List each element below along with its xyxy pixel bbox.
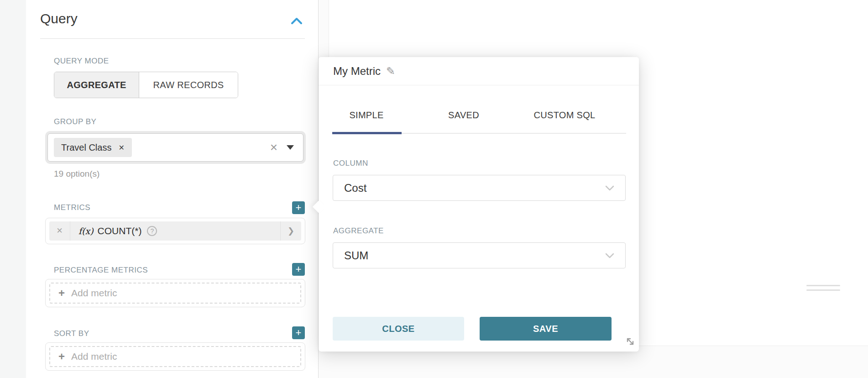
plus-icon: + <box>296 263 302 275</box>
tab-custom-sql[interactable]: CUSTOM SQL <box>534 110 596 121</box>
metric-remove-icon[interactable]: ✕ <box>49 221 70 241</box>
chevron-down-icon <box>605 252 614 259</box>
chevron-right-icon[interactable]: ❯ <box>280 221 301 241</box>
raw-records-button[interactable]: RAW RECORDS <box>139 72 238 98</box>
query-control-panel: Query QUERY MODE AGGREGATE RAW RECORDS G… <box>26 0 319 378</box>
section-divider <box>40 38 305 39</box>
percentage-metrics-container: + Add metric <box>45 279 305 307</box>
explore-view: Query QUERY MODE AGGREGATE RAW RECORDS G… <box>0 0 868 378</box>
close-button[interactable]: CLOSE <box>333 317 464 341</box>
column-select[interactable]: Cost <box>333 175 626 201</box>
save-button[interactable]: SAVE <box>480 317 612 341</box>
info-icon[interactable]: ? <box>147 226 157 236</box>
chevron-down-icon <box>605 185 614 191</box>
aggregate-label: AGGREGATE <box>333 226 384 236</box>
active-tab-indicator <box>332 132 402 134</box>
metrics-container: ✕ f(x) COUNT(*) ? ❯ <box>45 218 305 244</box>
sort-by-label: SORT BY <box>54 329 89 338</box>
plus-icon: + <box>296 327 302 338</box>
aggregate-select[interactable]: SUM <box>333 242 626 268</box>
query-mode-label: QUERY MODE <box>54 57 109 66</box>
left-gutter <box>0 0 26 378</box>
percentage-metrics-label: PERCENTAGE METRICS <box>54 266 148 275</box>
tag-label: Travel Class <box>61 142 111 153</box>
chart-resize-handle[interactable] <box>806 285 840 292</box>
add-percentage-metric-button[interactable]: + <box>292 263 305 276</box>
group-by-label: GROUP BY <box>54 117 96 126</box>
selected-option-tag: Travel Class ✕ <box>54 138 132 157</box>
tab-simple[interactable]: SIMPLE <box>349 110 383 121</box>
metric-tabs: SIMPLE SAVED CUSTOM SQL <box>319 85 639 134</box>
query-section-title: Query <box>40 11 78 26</box>
drag-bar <box>806 289 840 291</box>
plus-icon: + <box>58 351 65 362</box>
metric-edit-popover: My Metric ✎ SIMPLE SAVED CUSTOM SQL COLU… <box>319 57 639 352</box>
sort-by-container: + Add metric <box>45 342 305 371</box>
plus-icon: + <box>58 288 65 299</box>
plus-icon: + <box>296 202 302 213</box>
popover-title: My Metric <box>333 65 381 78</box>
clear-icon[interactable]: × <box>270 141 277 154</box>
edit-icon[interactable]: ✎ <box>386 66 395 77</box>
add-metric-dropzone[interactable]: + Add metric <box>49 346 301 367</box>
caret-down-icon[interactable] <box>287 145 294 150</box>
group-by-select[interactable]: Travel Class ✕ × <box>47 133 303 162</box>
resize-expand-icon[interactable] <box>625 336 635 346</box>
aggregate-value: SUM <box>344 249 368 262</box>
metrics-label: METRICS <box>54 203 90 212</box>
metric-label: COUNT(*) <box>98 226 142 236</box>
tag-remove-icon[interactable]: ✕ <box>118 143 124 152</box>
tab-saved[interactable]: SAVED <box>448 110 479 121</box>
add-sort-metric-button[interactable]: + <box>292 326 305 339</box>
add-metric-button[interactable]: + <box>292 201 305 214</box>
fx-icon: f(x) <box>78 226 94 236</box>
aggregate-button[interactable]: AGGREGATE <box>54 72 139 98</box>
add-metric-placeholder: Add metric <box>71 288 117 299</box>
column-value: Cost <box>344 182 366 194</box>
options-count: 19 option(s) <box>54 169 99 179</box>
popover-header: My Metric ✎ <box>319 57 639 85</box>
drag-bar <box>806 285 840 286</box>
query-mode-toggle: AGGREGATE RAW RECORDS <box>54 72 238 98</box>
column-label: COLUMN <box>333 159 368 168</box>
add-metric-dropzone[interactable]: + Add metric <box>49 283 301 304</box>
metric-pill[interactable]: ✕ f(x) COUNT(*) ? ❯ <box>49 221 301 241</box>
add-metric-placeholder: Add metric <box>71 351 117 362</box>
chevron-up-icon[interactable] <box>290 16 303 26</box>
